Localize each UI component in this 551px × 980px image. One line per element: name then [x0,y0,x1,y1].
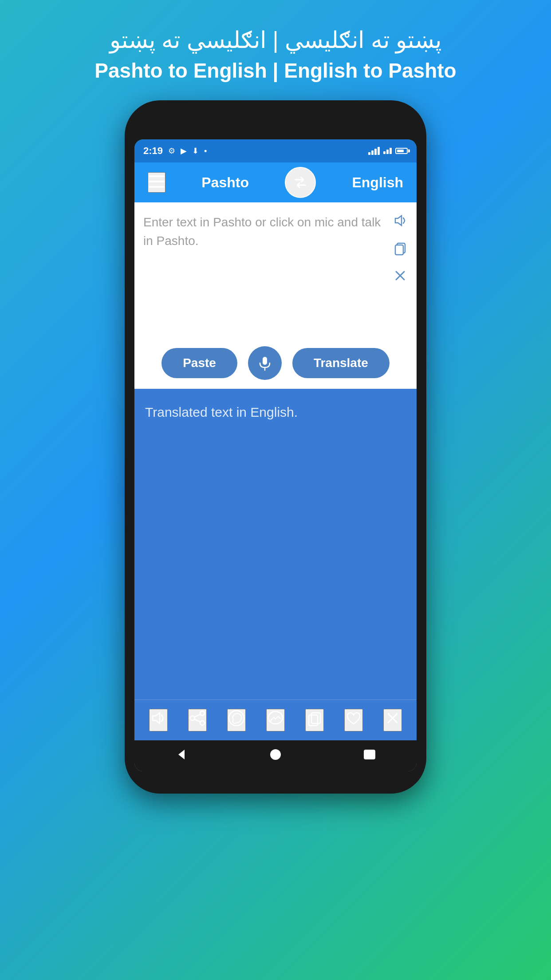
whatsapp-button[interactable] [227,709,246,731]
sim-status-icon: ▪ [204,146,207,156]
download-status-icon: ⬇ [192,146,199,156]
menu-button[interactable] [148,172,165,193]
svg-point-11 [200,721,205,725]
home-nav-button[interactable] [269,748,282,764]
paste-button[interactable]: Paste [161,348,237,378]
back-nav-button[interactable] [175,748,188,764]
status-left: 2:19 ⚙ ▶ ⬇ ▪ [143,145,207,157]
copy-output-button[interactable] [305,709,324,731]
status-right [368,147,408,155]
swap-languages-button[interactable] [285,167,316,198]
output-area: Translated text in English. [134,389,417,699]
battery-fill [397,150,404,152]
wifi-icon [368,147,380,155]
recent-nav-button[interactable] [363,749,376,763]
svg-rect-0 [149,175,165,177]
svg-line-12 [195,715,200,717]
app-bar: Pashto English [134,162,417,202]
phone-frame: 2:19 ⚙ ▶ ⬇ ▪ [125,100,426,794]
svg-rect-7 [263,357,267,365]
input-action-icons [393,213,408,287]
translate-button[interactable]: Translate [292,348,390,378]
svg-rect-22 [364,750,375,759]
phone-screen: 2:19 ⚙ ▶ ⬇ ▪ [134,139,417,771]
svg-point-10 [190,716,195,720]
svg-marker-20 [178,750,185,759]
bottom-action-bar [134,699,417,740]
svg-rect-17 [309,715,318,726]
time-display: 2:19 [143,145,163,157]
favorite-button[interactable] [344,709,363,731]
navigation-bar [134,740,417,771]
target-language: English [352,174,403,191]
input-area: Enter text in Pashto or click on mic and… [134,202,417,389]
phone-notch [134,113,417,139]
svg-rect-4 [395,245,403,255]
svg-point-9 [200,711,205,715]
app-title-area: پښتو ته انګليسي | انګليسي ته پښتو Pashto… [77,0,474,100]
app-title-english: Pashto to English | English to Pashto [94,59,456,83]
source-language: Pashto [201,174,249,191]
svg-rect-2 [149,186,165,188]
volume-input-button[interactable] [393,213,408,232]
status-bar: 2:19 ⚙ ▶ ⬇ ▪ [134,139,417,162]
close-output-button[interactable] [383,709,402,731]
input-text-section: Enter text in Pashto or click on mic and… [143,213,408,333]
app-title-pashto: پښتو ته انګليسي | انګليسي ته پښتو [94,27,456,53]
volume-output-button[interactable] [149,709,168,731]
svg-line-13 [195,719,200,722]
messenger-button[interactable] [266,709,285,731]
input-buttons-row: Paste Translate [143,342,408,380]
copy-input-button[interactable] [393,241,408,259]
clear-input-button[interactable] [393,268,408,287]
svg-rect-16 [311,713,320,723]
output-placeholder-text: Translated text in English. [145,402,406,422]
svg-point-21 [270,749,281,760]
play-status-icon: ▶ [181,146,187,156]
battery-icon [395,148,408,154]
input-placeholder-text[interactable]: Enter text in Pashto or click on mic and… [143,213,408,333]
share-button[interactable] [188,709,207,731]
mic-button[interactable] [248,346,282,380]
settings-status-icon: ⚙ [168,146,175,156]
svg-rect-1 [149,181,165,182]
signal-icon [383,148,392,154]
